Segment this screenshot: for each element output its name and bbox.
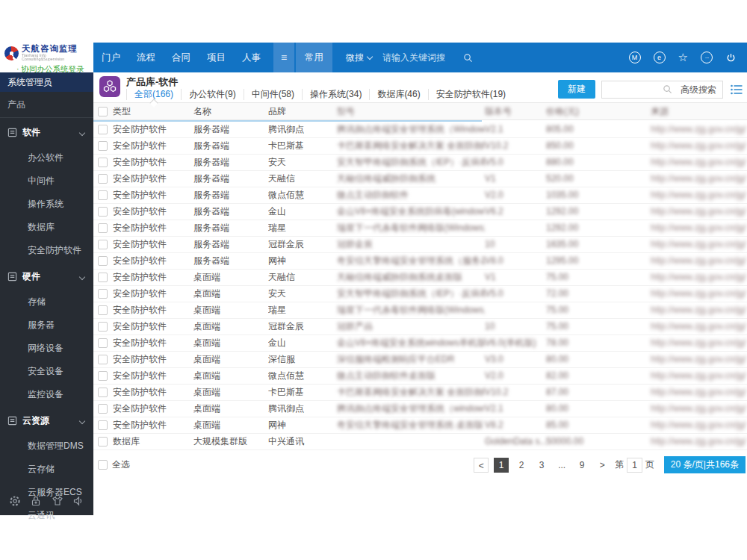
page-button[interactable]: > — [595, 458, 610, 473]
nav-item[interactable]: 门户 — [93, 43, 128, 72]
favorites-nav-button[interactable]: 常用 — [296, 43, 332, 72]
nav-item[interactable]: 流程 — [128, 43, 164, 72]
global-search-input[interactable] — [381, 52, 460, 63]
column-settings-icon[interactable] — [731, 84, 743, 95]
table-row[interactable]: 安全防护软件 服务器端 天融信 天融信终端威胁防御系统 V1 520.00 ht… — [93, 171, 747, 187]
table-row[interactable]: 安全防护软件 桌面端 瑞星 瑞星下一代杀毒软件网络版(Windows桌面版) 7… — [93, 302, 747, 319]
search-icon[interactable] — [663, 84, 672, 94]
table-row[interactable]: 安全防护软件 桌面端 深信服 深信服终端检测响应平台EDR V3.0 80.00… — [93, 352, 747, 368]
row-checkbox[interactable] — [98, 355, 108, 364]
sidebar-item[interactable]: 服务器 — [0, 314, 93, 337]
row-checkbox[interactable] — [98, 371, 108, 381]
sidebar-group-header-cloud[interactable]: 云资源 — [0, 406, 93, 435]
favorites-star-icon[interactable]: ☆ — [678, 52, 688, 63]
table-row[interactable]: 安全防护软件 桌面端 天融信 天融信终端威胁防御系统桌面版 V1 75.00 h… — [93, 270, 747, 286]
sidebar-group-header-hardware[interactable]: 硬件 — [0, 262, 93, 290]
table-row[interactable]: 安全防护软件 服务器端 冠群金辰 冠群金辰 10 1635.00 http://… — [93, 237, 747, 253]
row-checkbox[interactable] — [98, 190, 108, 200]
nav-item[interactable]: 项目 — [199, 43, 234, 72]
category-tab[interactable]: 安全防护软件(19) — [428, 89, 513, 100]
row-checkbox[interactable] — [98, 141, 108, 151]
power-icon[interactable] — [725, 52, 737, 63]
table-row[interactable]: 安全防护软件 桌面端 卡巴斯基 卡巴斯基网络安全解决方案 全面防御版针对W.（标… — [93, 385, 747, 401]
sidebar-item[interactable]: 存储 — [0, 290, 93, 314]
row-checkbox[interactable] — [98, 322, 108, 332]
row-checkbox[interactable] — [98, 158, 108, 167]
category-tab[interactable]: 全部(166) — [126, 89, 181, 100]
table-row[interactable]: 安全防护软件 服务器端 金山 金山V8+终端安全系统防病毒(windows)服务… — [93, 204, 747, 220]
current-role[interactable]: 系统管理员 — [0, 72, 93, 92]
sidebar-group-header-software[interactable]: 软件 — [0, 118, 93, 146]
search-icon[interactable] — [463, 53, 473, 63]
table-search-input[interactable] — [605, 82, 660, 97]
row-checkbox[interactable] — [98, 273, 108, 282]
row-checkbox[interactable] — [98, 338, 108, 348]
row-checkbox[interactable] — [98, 404, 108, 414]
page-button[interactable]: 9 — [574, 458, 589, 473]
sidebar-item[interactable]: 办公软件 — [0, 146, 93, 169]
category-tab[interactable]: 办公软件(9) — [181, 89, 244, 100]
table-row[interactable]: 安全防护软件 服务器端 腾讯御点 腾讯御点终端安全管理系统（Windows版） … — [93, 122, 747, 138]
table-row[interactable]: 安全防护软件 桌面端 微点佰慧 微点主动防御软件桌面版 V2.0 82.00 h… — [93, 368, 747, 385]
sidebar-item[interactable]: 网络设备 — [0, 337, 93, 360]
panel-list-icon — [7, 272, 17, 281]
row-checkbox[interactable] — [98, 174, 108, 184]
page-jump-input[interactable]: 1 — [627, 458, 642, 473]
cell-model: 微点主动防御软件桌面版 — [337, 368, 485, 384]
row-checkbox[interactable] — [98, 388, 108, 397]
page-button[interactable]: ... — [554, 458, 569, 473]
table-row[interactable]: 数据库 大规模集群版 中兴通讯 GoldenData s... 50000.00… — [93, 434, 747, 450]
select-all[interactable]: 全选 — [98, 458, 130, 471]
new-button[interactable]: 新建 — [558, 80, 595, 99]
page-button[interactable]: 1 — [494, 458, 509, 473]
theme-shirt-icon[interactable] — [52, 495, 63, 507]
table-row[interactable]: 安全防护软件 服务器端 网神 奇安信天擎终端安全管理系统（服务器版） V8.0 … — [93, 253, 747, 270]
search-scope-dropdown[interactable]: 微搜 — [346, 52, 372, 64]
volume-speaker-icon[interactable] — [72, 495, 84, 507]
more-ellipsis-icon[interactable]: ··· — [701, 52, 713, 63]
sidebar-item[interactable]: 操作系统 — [0, 193, 93, 216]
sidebar-item[interactable]: 数据库 — [0, 216, 93, 239]
page-button[interactable]: < — [474, 458, 489, 473]
row-checkbox[interactable] — [98, 240, 108, 249]
nav-item[interactable]: 合同 — [164, 43, 199, 72]
row-checkbox[interactable] — [98, 207, 108, 217]
row-checkbox[interactable] — [98, 420, 108, 430]
advanced-search-button[interactable]: 高级搜索 — [675, 81, 722, 98]
table-row[interactable]: 安全防护软件 桌面端 金山 金山V8+终端安全系统windows单机版 V6.0… — [93, 335, 747, 352]
sidebar-item[interactable]: 中间件 — [0, 169, 93, 193]
category-tab[interactable]: 中间件(58) — [244, 89, 302, 100]
table-row[interactable]: 安全防护软件 桌面端 安天 安天智甲终端防御系统（IEP）·反病毒引擎版 V5.… — [93, 286, 747, 302]
table-row[interactable]: 安全防护软件 桌面端 网神 奇安信天擎终端安全管理系统·桌面版 V8.2 85.… — [93, 417, 747, 434]
header-checkbox[interactable] — [98, 107, 108, 116]
lock-icon[interactable] — [30, 495, 42, 507]
sidebar-item[interactable]: 云存储 — [0, 458, 93, 481]
row-checkbox[interactable] — [98, 289, 108, 299]
row-checkbox[interactable] — [98, 305, 108, 315]
category-tab[interactable]: 数据库(46) — [369, 89, 427, 100]
table-row[interactable]: 安全防护软件 服务器端 微点佰慧 微点主动防御软件 V2.0 1035.00 h… — [93, 187, 747, 204]
message-m-icon[interactable]: M — [629, 52, 641, 63]
table-row[interactable]: 安全防护软件 服务器端 卡巴斯基 卡巴斯基网络安全解决方案 全面防御版针对W. … — [93, 138, 747, 155]
feedback-e-icon[interactable]: e — [654, 52, 666, 63]
page-size-selector[interactable]: 20 条/页|共166条 — [664, 456, 746, 473]
page-button[interactable]: 3 — [534, 458, 549, 473]
page-button[interactable]: 2 — [514, 458, 529, 473]
settings-gear-icon[interactable] — [9, 495, 21, 507]
table-row[interactable]: 安全防护软件 桌面端 腾讯御点 腾讯御点终端安全管理系统（windows版）V2… — [93, 401, 747, 417]
row-checkbox[interactable] — [98, 256, 108, 266]
table-row[interactable]: 安全防护软件 服务器端 瑞星 瑞星下一代杀毒软件网络版(Windows版) 服务… — [93, 220, 747, 237]
table-row[interactable]: 安全防护软件 服务器端 安天 安天智甲终端防御系统（IEP）·反病毒引擎版 V5… — [93, 155, 747, 171]
menu-toggle-button[interactable]: ≡ — [273, 43, 294, 72]
row-checkbox[interactable] — [98, 437, 108, 447]
nav-item[interactable]: 人事 — [234, 43, 269, 72]
table-row[interactable]: 安全防护软件 桌面端 冠群金辰 冠群产品 10 75.00 http://www… — [93, 319, 747, 335]
sidebar-item[interactable]: 监控设备 — [0, 383, 93, 406]
row-checkbox[interactable] — [98, 223, 108, 233]
sidebar-item[interactable]: 安全设备 — [0, 360, 93, 383]
select-all-checkbox[interactable] — [98, 460, 108, 470]
sidebar-item[interactable]: 数据管理DMS — [0, 435, 93, 458]
sidebar-item[interactable]: 安全防护软件 — [0, 239, 93, 262]
row-checkbox[interactable] — [98, 125, 108, 134]
category-tab[interactable]: 操作系统(34) — [302, 89, 369, 100]
